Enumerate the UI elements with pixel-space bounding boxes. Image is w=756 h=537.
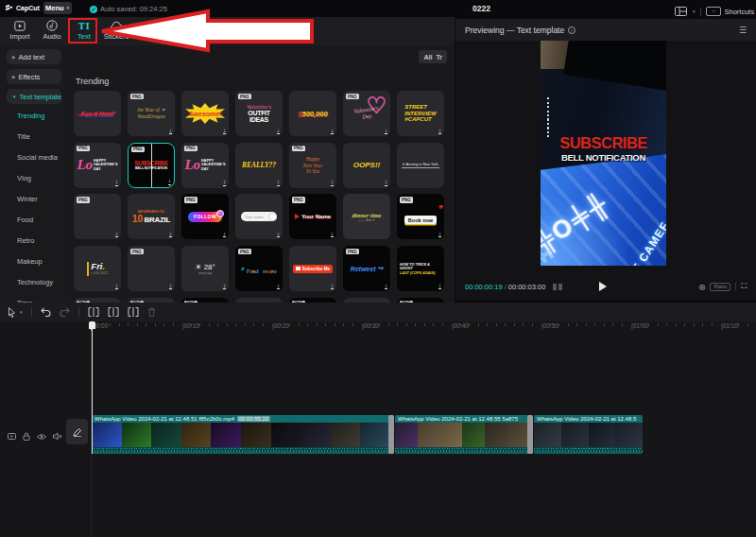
download-icon[interactable]: ↓ [168,178,171,185]
track-type-icon[interactable] [8,427,16,444]
download-icon[interactable]: ↓ [223,283,226,290]
template-card-dinner[interactable]: dinner time—— Srin ✦ [343,194,390,239]
toolbar-item-import[interactable]: Import [4,20,36,41]
template-card-follow[interactable]: FOLLOWPNG↓ [181,194,229,239]
menu-button[interactable]: Menu▼ [43,2,72,14]
download-icon[interactable]: ↓ [277,283,280,290]
mute-icon[interactable] [53,427,62,444]
timeline-ruler[interactable]: 00:00|00:10|00:20|00:30|00:40|00:50|01:0… [91,321,756,334]
template-card-empty[interactable]: PNG↓ [128,246,175,291]
template-card-weather[interactable]: ☀ 28°sunny day↓ [181,246,229,291]
sidebar-group-add-text[interactable]: ▶Add text [7,49,61,64]
template-card-arrive[interactable]: ✈ Arriving in New York. [397,143,444,188]
edit-track-button[interactable] [66,419,88,444]
preview-menu-icon[interactable]: ☰ [739,26,747,35]
delete-button[interactable] [147,307,156,317]
download-icon[interactable]: ↓ [169,128,172,135]
template-card-booknow[interactable]: Book now❞PNG↓ [397,194,444,239]
undo-button[interactable] [41,307,51,317]
download-icon[interactable]: ↓ [385,179,387,186]
redo-button[interactable] [60,307,70,317]
template-card-ghost[interactable]: HOW TO TRICK A GHOSTLAST (COPS AGAIN)↓ [397,246,444,291]
template-card-brazil[interactable]: ANIVERSARIO DO10BRAZIL↓ [128,194,175,239]
split-left-button[interactable] [108,307,119,317]
video-clip[interactable]: WhatsApp Video 2024-02-21 at 12.48.5 [534,415,643,454]
template-card-oops[interactable]: OOPS!!↓ [343,143,390,188]
download-icon[interactable]: ↓ [223,231,226,238]
shortcuts-button[interactable]: ⌗ Shortcuts [706,7,754,16]
download-icon[interactable]: ↓ [438,231,441,238]
sidebar-group-effects[interactable]: ▶Effects [7,69,61,84]
sidebar-category-food[interactable]: Food [17,216,33,224]
sidebar-category-trending[interactable]: Trending [17,112,44,120]
template-card-hny[interactable]: HappyNew YearTo YouPNG↓ [289,143,336,188]
template-card-love[interactable]: LoHAPPYVALENTINE'SDAYPNG↓ [181,143,229,188]
sidebar-category-technology[interactable]: Technology [17,278,53,286]
download-icon[interactable]: ↓ [385,128,387,135]
template-card-love[interactable]: LoHAPPYVALENTINE'SDAYPNG↓ [74,143,121,188]
toolbar-item-audio[interactable]: Audio [36,20,68,41]
video-preview[interactable]: ╬O╪╫ OF CAMEF ╫╪╬╗ SUBSCRIBE BELL NOTIFI… [541,41,666,266]
cursor-tool-button[interactable]: ▼ [8,307,23,318]
transition-handle[interactable] [388,415,394,454]
download-icon[interactable]: ↓ [438,128,441,135]
template-card-awesome[interactable]: Awesome!↓ [181,91,229,136]
download-icon[interactable]: ↓ [331,231,334,238]
split-button[interactable] [88,307,99,317]
download-icon[interactable]: ↓ [169,283,172,290]
sidebar-category-vlog[interactable]: Vlog [17,174,31,182]
download-icon[interactable]: ↓ [331,283,334,290]
download-icon[interactable]: ↓ [169,231,172,238]
download-icon[interactable]: ↓ [277,128,280,135]
sidebar-category-retro[interactable]: Retro [17,236,34,245]
template-card-fri[interactable]: Fri.▪ JUN 2022↓ [74,246,121,291]
ratio-button[interactable]: Ratio [710,283,730,291]
sidebar-category-social-media[interactable]: Social media [17,153,58,162]
template-card-yourname[interactable]: Your NamePNG↓ [289,194,336,239]
download-icon[interactable]: ↓ [331,179,334,186]
template-card-subme[interactable]: Subscribe Me↓ [289,246,336,291]
transition-handle[interactable] [527,415,533,454]
template-card-gold[interactable]: the Year of ✦WoodDragonPNG↓ [128,91,175,136]
chevron-down-icon[interactable]: ▼ [692,9,696,14]
download-icon[interactable]: ↓ [385,283,387,290]
download-icon[interactable]: ↓ [277,231,280,238]
video-clip[interactable]: WhatsApp Video 2024-02-21 at 12.48.55 5a… [395,415,529,454]
download-icon[interactable]: ↓ [331,128,334,135]
download-icon[interactable]: ↓ [115,283,118,290]
sidebar-category-title[interactable]: Title [17,132,30,141]
download-icon[interactable]: ↓ [115,179,118,186]
template-card-street[interactable]: STREETINTERVIEW#CAPCUT↓ [397,91,444,136]
template-card-outfit[interactable]: Valentine'sOUTFITIDEASPNG↓ [235,91,283,136]
template-card-username[interactable]: User name◌↓ [235,194,283,239]
download-icon[interactable]: ↓ [438,283,441,290]
download-icon[interactable]: ↓ [223,179,226,186]
eye-icon[interactable] [37,427,46,444]
play-button[interactable] [599,282,607,291]
template-card-money[interactable]: $500,000↓ [289,91,336,136]
toolbar-item-stickers[interactable]: Stickers [100,20,132,41]
template-card-funit[interactable]: Fun It Now! [74,91,121,136]
download-icon[interactable]: ↓ [115,231,118,238]
download-icon[interactable]: ↓ [223,128,226,135]
template-card-really[interactable]: REALLY??↓ [235,143,283,188]
download-icon[interactable]: ↓ [277,179,280,186]
fullscreen-icon[interactable]: ⛶ [741,282,747,291]
template-card-empty[interactable]: PNG↓ [74,194,121,239]
frame-step-icons[interactable] [553,284,562,290]
template-card-retweet[interactable]: Retweet↪PNG↓ [343,246,390,291]
template-card-findmore[interactable]: ⌕Find morePNG↓ [235,246,283,291]
template-card-subscribe[interactable]: SUBSCRIBEBELL NOTIFICATIONPNG↓ [128,143,175,188]
video-clip[interactable]: WhatsApp Video 2024-02-21 at 12.48.51 f8… [92,415,390,454]
lock-icon[interactable] [23,427,30,444]
filter-all-button[interactable]: AllTr [419,50,447,63]
sidebar-category-makeup[interactable]: Makeup [17,257,43,266]
layout-icon[interactable] [675,3,687,20]
split-right-button[interactable] [128,307,139,317]
info-icon[interactable]: i [568,26,576,34]
template-card-vday[interactable]: ♡Valentine'sDayPNG↓ [343,91,390,136]
preview-quality-icon[interactable]: ◎ [698,283,705,291]
sidebar-category-winter[interactable]: Winter [17,195,38,203]
sidebar-group-text-template[interactable]: ▼Text template [7,89,61,104]
preview-controls: 00:00:00:19 / 00:00:03:00 ◎ Ratio ⛶ [455,278,756,295]
